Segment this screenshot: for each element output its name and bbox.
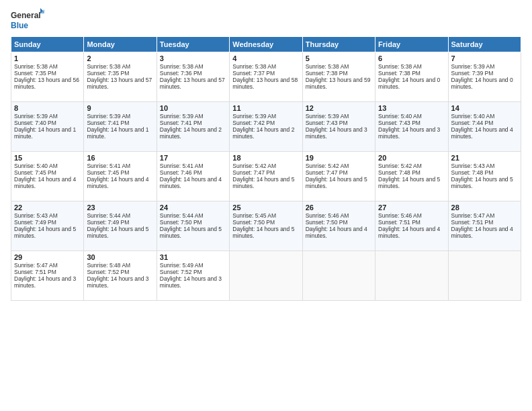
day-number: 30 xyxy=(87,253,153,261)
table-row: 6 Sunrise: 5:38 AM Sunset: 7:38 PM Dayli… xyxy=(375,52,448,102)
daylight-label: Daylight: 14 hours and 4 minutes. xyxy=(160,176,222,189)
day-number: 10 xyxy=(160,104,226,112)
sunset-label: Sunset: 7:48 PM xyxy=(378,169,420,176)
day-number: 16 xyxy=(87,154,153,162)
calendar-week-2: 8 Sunrise: 5:39 AM Sunset: 7:40 PM Dayli… xyxy=(11,102,521,152)
table-row: 5 Sunrise: 5:38 AM Sunset: 7:38 PM Dayli… xyxy=(302,52,375,102)
sunset-label: Sunset: 7:50 PM xyxy=(160,219,202,226)
sunset-label: Sunset: 7:45 PM xyxy=(87,169,129,176)
table-row: 1 Sunrise: 5:38 AM Sunset: 7:35 PM Dayli… xyxy=(11,52,84,102)
sunrise-label: Sunrise: 5:46 AM xyxy=(378,212,422,219)
sunrise-label: Sunrise: 5:38 AM xyxy=(306,63,349,70)
table-row: 30 Sunrise: 5:48 AM Sunset: 7:52 PM Dayl… xyxy=(84,251,157,301)
sunrise-label: Sunrise: 5:44 AM xyxy=(87,212,130,219)
table-row: 19 Sunrise: 5:42 AM Sunset: 7:47 PM Dayl… xyxy=(302,152,375,201)
table-row: 29 Sunrise: 5:47 AM Sunset: 7:51 PM Dayl… xyxy=(11,251,84,301)
sunset-label: Sunset: 7:39 PM xyxy=(451,70,494,77)
day-number: 20 xyxy=(378,154,445,162)
sunrise-label: Sunrise: 5:38 AM xyxy=(87,63,130,70)
daylight-label: Daylight: 13 hours and 56 minutes. xyxy=(14,77,79,90)
sunset-label: Sunset: 7:36 PM xyxy=(160,70,202,77)
table-row xyxy=(302,251,375,301)
daylight-label: Daylight: 14 hours and 3 minutes. xyxy=(160,275,222,289)
daylight-label: Daylight: 14 hours and 4 minutes. xyxy=(14,176,76,189)
day-number: 8 xyxy=(14,104,81,112)
table-row: 11 Sunrise: 5:39 AM Sunset: 7:42 PM Dayl… xyxy=(230,102,302,152)
header: General Blue xyxy=(11,8,521,32)
sunset-label: Sunset: 7:47 PM xyxy=(306,169,348,176)
table-row: 24 Sunrise: 5:44 AM Sunset: 7:50 PM Dayl… xyxy=(157,201,229,251)
sunset-label: Sunset: 7:43 PM xyxy=(378,120,420,126)
sunrise-label: Sunrise: 5:44 AM xyxy=(160,212,204,219)
sunset-label: Sunset: 7:43 PM xyxy=(306,120,348,126)
sunset-label: Sunset: 7:46 PM xyxy=(160,169,202,176)
table-row: 13 Sunrise: 5:40 AM Sunset: 7:43 PM Dayl… xyxy=(375,102,448,152)
day-number: 29 xyxy=(14,253,81,261)
sunset-label: Sunset: 7:49 PM xyxy=(87,219,129,226)
daylight-label: Daylight: 14 hours and 1 minute. xyxy=(87,126,148,140)
day-number: 21 xyxy=(451,154,518,162)
day-number: 13 xyxy=(378,104,445,112)
table-row: 12 Sunrise: 5:39 AM Sunset: 7:43 PM Dayl… xyxy=(302,102,375,152)
col-wednesday: Wednesday xyxy=(230,37,302,52)
sunrise-label: Sunrise: 5:39 AM xyxy=(87,113,130,120)
sunrise-label: Sunrise: 5:46 AM xyxy=(306,212,349,219)
table-row: 2 Sunrise: 5:38 AM Sunset: 7:35 PM Dayli… xyxy=(84,52,157,102)
daylight-label: Daylight: 14 hours and 4 minutes. xyxy=(451,226,513,239)
daylight-label: Daylight: 14 hours and 3 minutes. xyxy=(378,126,440,140)
table-row: 9 Sunrise: 5:39 AM Sunset: 7:41 PM Dayli… xyxy=(84,102,157,152)
sunrise-label: Sunrise: 5:39 AM xyxy=(14,113,58,120)
table-row: 16 Sunrise: 5:41 AM Sunset: 7:45 PM Dayl… xyxy=(84,152,157,201)
day-number: 1 xyxy=(14,54,81,62)
daylight-label: Daylight: 14 hours and 2 minutes. xyxy=(160,126,222,140)
header-row: Sunday Monday Tuesday Wednesday Thursday… xyxy=(11,37,521,52)
sunrise-label: Sunrise: 5:40 AM xyxy=(378,113,422,120)
table-row xyxy=(375,251,448,301)
daylight-label: Daylight: 14 hours and 0 minutes. xyxy=(378,77,440,90)
sunset-label: Sunset: 7:47 PM xyxy=(232,169,275,176)
sunrise-label: Sunrise: 5:47 AM xyxy=(451,212,495,219)
sunset-label: Sunset: 7:50 PM xyxy=(306,219,348,226)
sunrise-label: Sunrise: 5:40 AM xyxy=(14,163,58,169)
sunrise-label: Sunrise: 5:41 AM xyxy=(87,163,130,169)
sunrise-label: Sunrise: 5:48 AM xyxy=(87,262,130,269)
col-thursday: Thursday xyxy=(302,37,375,52)
sunset-label: Sunset: 7:42 PM xyxy=(232,120,275,126)
sunrise-label: Sunrise: 5:39 AM xyxy=(451,63,495,70)
daylight-label: Daylight: 14 hours and 5 minutes. xyxy=(306,176,367,189)
sunrise-label: Sunrise: 5:39 AM xyxy=(232,113,276,120)
daylight-label: Daylight: 14 hours and 4 minutes. xyxy=(87,176,148,189)
sunset-label: Sunset: 7:40 PM xyxy=(14,120,56,126)
sunrise-label: Sunrise: 5:47 AM xyxy=(14,262,58,269)
table-row: 15 Sunrise: 5:40 AM Sunset: 7:45 PM Dayl… xyxy=(11,152,84,201)
day-number: 11 xyxy=(232,104,299,112)
day-number: 26 xyxy=(306,203,372,212)
calendar-week-3: 15 Sunrise: 5:40 AM Sunset: 7:45 PM Dayl… xyxy=(11,152,521,201)
daylight-label: Daylight: 13 hours and 57 minutes. xyxy=(160,77,225,90)
sunrise-label: Sunrise: 5:42 AM xyxy=(378,163,422,169)
table-row: 7 Sunrise: 5:39 AM Sunset: 7:39 PM Dayli… xyxy=(448,52,521,102)
day-number: 9 xyxy=(87,104,153,112)
day-number: 5 xyxy=(306,54,372,62)
day-number: 19 xyxy=(306,154,372,162)
col-friday: Friday xyxy=(375,37,448,52)
col-monday: Monday xyxy=(84,37,157,52)
day-number: 18 xyxy=(232,154,299,162)
table-row: 28 Sunrise: 5:47 AM Sunset: 7:51 PM Dayl… xyxy=(448,201,521,251)
table-row: 8 Sunrise: 5:39 AM Sunset: 7:40 PM Dayli… xyxy=(11,102,84,152)
svg-text:General: General xyxy=(11,11,41,20)
sunrise-label: Sunrise: 5:49 AM xyxy=(160,262,204,269)
sunset-label: Sunset: 7:51 PM xyxy=(14,269,56,275)
table-row: 22 Sunrise: 5:43 AM Sunset: 7:49 PM Dayl… xyxy=(11,201,84,251)
day-number: 2 xyxy=(87,54,153,62)
daylight-label: Daylight: 14 hours and 5 minutes. xyxy=(378,176,440,189)
daylight-label: Daylight: 14 hours and 1 minute. xyxy=(14,126,76,140)
calendar-week-4: 22 Sunrise: 5:43 AM Sunset: 7:49 PM Dayl… xyxy=(11,201,521,251)
day-number: 28 xyxy=(451,203,518,212)
table-row: 25 Sunrise: 5:45 AM Sunset: 7:50 PM Dayl… xyxy=(230,201,302,251)
sunset-label: Sunset: 7:41 PM xyxy=(160,120,202,126)
sunset-label: Sunset: 7:52 PM xyxy=(160,269,202,275)
sunset-label: Sunset: 7:48 PM xyxy=(451,169,494,176)
day-number: 12 xyxy=(306,104,372,112)
sunrise-label: Sunrise: 5:43 AM xyxy=(14,212,58,219)
